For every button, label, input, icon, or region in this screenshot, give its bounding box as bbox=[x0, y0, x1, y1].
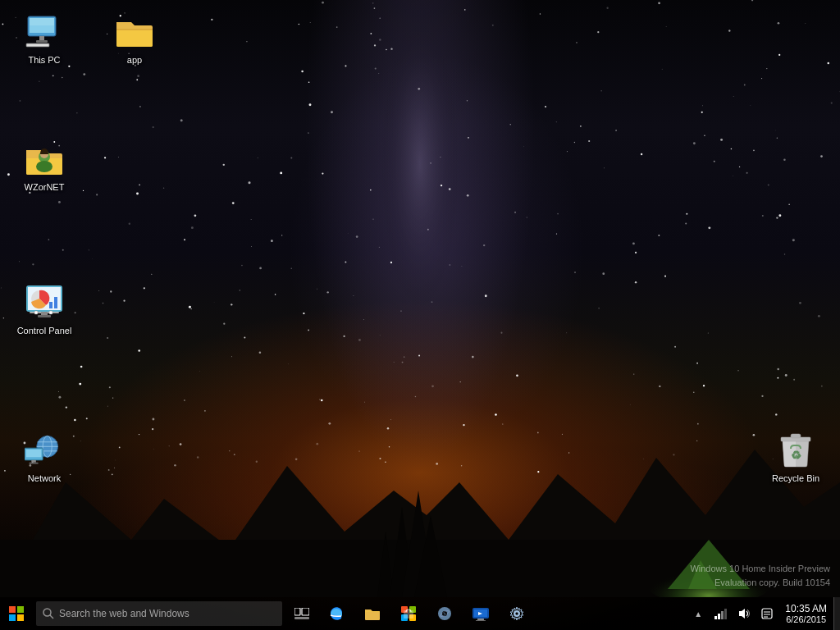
network-label: Network bbox=[28, 472, 61, 484]
svg-rect-346 bbox=[17, 606, 24, 613]
show-desktop-button[interactable] bbox=[833, 597, 840, 630]
task-view-button[interactable] bbox=[285, 597, 318, 630]
app-folder-icon bbox=[115, 11, 154, 51]
tray-volume-icon[interactable] bbox=[733, 597, 756, 630]
svg-rect-332 bbox=[38, 315, 51, 317]
svg-rect-326 bbox=[54, 297, 57, 308]
svg-rect-372 bbox=[724, 609, 727, 619]
this-pc-label: This PC bbox=[28, 54, 60, 66]
chevron-up-icon: ▲ bbox=[694, 609, 702, 619]
svg-rect-325 bbox=[49, 302, 52, 308]
svg-rect-331 bbox=[41, 312, 48, 315]
start-button[interactable] bbox=[0, 597, 33, 630]
clock-date: 6/26/2015 bbox=[786, 614, 826, 624]
svg-line-350 bbox=[50, 615, 53, 619]
tray-action-center-icon[interactable] bbox=[756, 597, 778, 630]
svg-rect-369 bbox=[714, 616, 717, 619]
desktop-icon-recycle-bin[interactable]: ♻ Recycle Bin bbox=[763, 427, 829, 487]
desktop: Windows 10 Home Insider Preview Evaluati… bbox=[0, 0, 840, 630]
svg-rect-345 bbox=[9, 606, 16, 613]
taskbar: Search the web and Windows bbox=[0, 597, 840, 630]
svg-rect-353 bbox=[294, 617, 309, 619]
svg-rect-318 bbox=[27, 44, 48, 46]
svg-rect-371 bbox=[721, 611, 724, 619]
control-panel-icon bbox=[25, 282, 64, 322]
svg-rect-339 bbox=[26, 450, 41, 457]
taskbar-edge[interactable] bbox=[318, 597, 354, 630]
svg-point-368 bbox=[515, 612, 519, 616]
system-tray: ▲ bbox=[687, 597, 840, 630]
svg-point-349 bbox=[43, 609, 51, 616]
svg-rect-358 bbox=[404, 610, 413, 619]
svg-rect-366 bbox=[476, 620, 486, 621]
desktop-icon-network[interactable]: Network bbox=[11, 427, 77, 487]
taskbar-media-player[interactable] bbox=[427, 597, 463, 630]
taskbar-settings[interactable] bbox=[499, 597, 535, 630]
this-pc-icon bbox=[25, 11, 64, 51]
svg-rect-328 bbox=[34, 311, 38, 314]
taskbar-windows-store[interactable] bbox=[390, 597, 427, 630]
svg-rect-315 bbox=[39, 36, 44, 40]
desktop-icon-control-panel[interactable]: Control Panel bbox=[11, 279, 77, 340]
svg-rect-347 bbox=[9, 614, 16, 621]
recycle-bin-label: Recycle Bin bbox=[772, 472, 819, 484]
svg-rect-330 bbox=[49, 311, 52, 314]
svg-rect-365 bbox=[477, 619, 484, 620]
wzornet-label: WZorNET bbox=[25, 181, 65, 193]
control-panel-label: Control Panel bbox=[17, 325, 72, 336]
svg-text:♻: ♻ bbox=[791, 449, 801, 462]
network-icon bbox=[25, 430, 64, 469]
svg-rect-343 bbox=[791, 434, 801, 438]
desktop-icon-this-pc[interactable]: This PC bbox=[11, 8, 77, 69]
svg-rect-351 bbox=[294, 608, 300, 615]
svg-rect-314 bbox=[30, 18, 54, 25]
svg-point-361 bbox=[444, 613, 446, 615]
svg-rect-316 bbox=[36, 40, 48, 43]
search-bar[interactable]: Search the web and Windows bbox=[36, 601, 282, 626]
tray-network-icon[interactable] bbox=[710, 597, 733, 630]
wzornet-icon bbox=[25, 139, 64, 178]
svg-rect-352 bbox=[302, 608, 309, 615]
tray-expand-button[interactable]: ▲ bbox=[687, 597, 710, 630]
desktop-icon-app[interactable]: app bbox=[102, 8, 167, 69]
recycle-bin-icon: ♻ bbox=[776, 430, 815, 469]
taskbar-file-explorer[interactable] bbox=[354, 597, 390, 630]
system-clock[interactable]: 10:35 AM 6/26/2015 bbox=[778, 597, 833, 630]
taskbar-teamviewer[interactable] bbox=[463, 597, 499, 630]
svg-rect-340 bbox=[31, 460, 36, 463]
search-placeholder: Search the web and Windows bbox=[59, 608, 189, 619]
desktop-icon-wzornet[interactable]: WZorNET bbox=[11, 135, 77, 196]
svg-rect-348 bbox=[17, 614, 24, 621]
svg-rect-341 bbox=[30, 463, 39, 464]
svg-point-320 bbox=[36, 161, 52, 172]
desktop-icons-area: This PC app bbox=[0, 0, 840, 597]
clock-time: 10:35 AM bbox=[785, 603, 827, 614]
svg-rect-370 bbox=[718, 614, 720, 619]
app-label: app bbox=[127, 54, 142, 66]
